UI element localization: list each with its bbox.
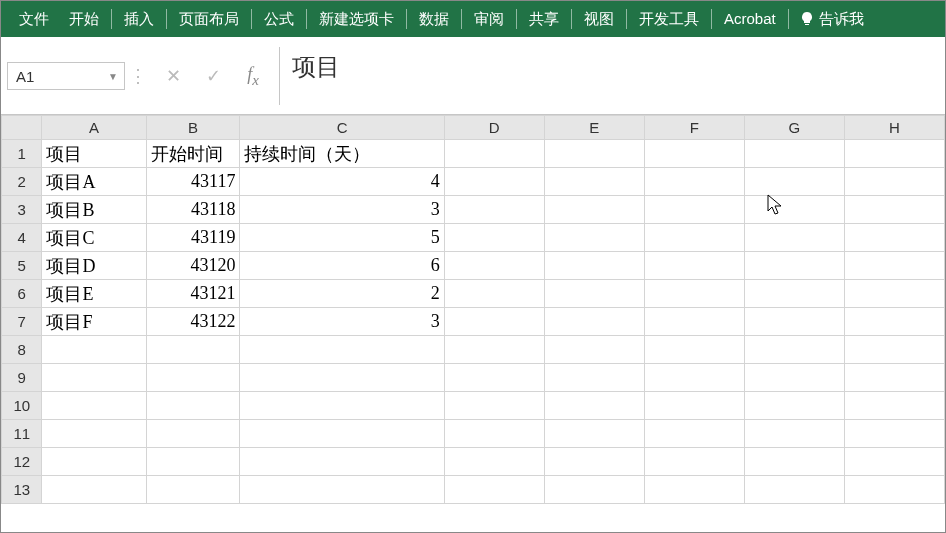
ribbon-tab[interactable]: Acrobat	[714, 1, 786, 37]
cell[interactable]	[844, 392, 944, 420]
cell[interactable]	[444, 168, 544, 196]
ribbon-tab[interactable]: 视图	[574, 1, 624, 37]
cell[interactable]	[240, 448, 444, 476]
cell[interactable]: 项目B	[42, 196, 146, 224]
cell[interactable]: 项目D	[42, 252, 146, 280]
cell[interactable]: 项目C	[42, 224, 146, 252]
cell[interactable]	[744, 336, 844, 364]
cell[interactable]	[544, 448, 644, 476]
cell[interactable]	[744, 308, 844, 336]
cell[interactable]	[844, 196, 944, 224]
cell[interactable]	[42, 448, 146, 476]
ribbon-tab[interactable]: 数据	[409, 1, 459, 37]
cell[interactable]	[42, 364, 146, 392]
cell[interactable]	[444, 476, 544, 504]
cell[interactable]	[42, 336, 146, 364]
chevron-down-icon[interactable]: ▼	[108, 71, 118, 82]
cell[interactable]	[644, 224, 744, 252]
cell[interactable]: 5	[240, 224, 444, 252]
cell[interactable]	[844, 140, 944, 168]
name-box[interactable]: A1 ▼	[7, 62, 125, 90]
cell[interactable]: 43119	[146, 224, 240, 252]
cell[interactable]	[544, 196, 644, 224]
cell[interactable]	[844, 476, 944, 504]
cell[interactable]	[444, 420, 544, 448]
row-header[interactable]: 4	[2, 224, 42, 252]
cell[interactable]	[744, 448, 844, 476]
cell[interactable]	[146, 448, 240, 476]
cell[interactable]: 43120	[146, 252, 240, 280]
row-header[interactable]: 6	[2, 280, 42, 308]
column-header[interactable]: B	[146, 116, 240, 140]
column-header[interactable]: H	[844, 116, 944, 140]
cell[interactable]	[240, 476, 444, 504]
cell[interactable]	[744, 224, 844, 252]
cell[interactable]	[644, 336, 744, 364]
cell[interactable]	[444, 196, 544, 224]
cell[interactable]	[444, 392, 544, 420]
cell[interactable]	[644, 280, 744, 308]
cell[interactable]	[240, 392, 444, 420]
column-header[interactable]: F	[644, 116, 744, 140]
cell[interactable]	[844, 448, 944, 476]
cell[interactable]: 项目E	[42, 280, 146, 308]
ribbon-tab[interactable]: 插入	[114, 1, 164, 37]
row-header[interactable]: 7	[2, 308, 42, 336]
cell[interactable]: 3	[240, 308, 444, 336]
cell[interactable]	[146, 420, 240, 448]
enter-button[interactable]: ✓	[193, 62, 233, 90]
row-header[interactable]: 8	[2, 336, 42, 364]
cell[interactable]	[544, 252, 644, 280]
cell[interactable]	[844, 420, 944, 448]
cell[interactable]	[544, 140, 644, 168]
cell[interactable]	[544, 224, 644, 252]
cell[interactable]	[844, 224, 944, 252]
cell[interactable]	[444, 364, 544, 392]
cell[interactable]	[146, 476, 240, 504]
cell[interactable]	[744, 364, 844, 392]
cell[interactable]	[844, 364, 944, 392]
cell[interactable]	[240, 364, 444, 392]
cell[interactable]	[146, 364, 240, 392]
cell[interactable]: 项目A	[42, 168, 146, 196]
cell[interactable]: 43121	[146, 280, 240, 308]
cell[interactable]	[744, 252, 844, 280]
cell[interactable]	[744, 392, 844, 420]
cell[interactable]	[544, 168, 644, 196]
cell[interactable]	[42, 392, 146, 420]
cell[interactable]	[444, 336, 544, 364]
select-all-corner[interactable]	[2, 116, 42, 140]
row-header[interactable]: 1	[2, 140, 42, 168]
row-header[interactable]: 11	[2, 420, 42, 448]
ribbon-tab[interactable]: 页面布局	[169, 1, 249, 37]
ribbon-tab[interactable]: 公式	[254, 1, 304, 37]
cell[interactable]	[644, 364, 744, 392]
cell[interactable]	[644, 140, 744, 168]
cell[interactable]: 43122	[146, 308, 240, 336]
ribbon-tab[interactable]: 开发工具	[629, 1, 709, 37]
cell[interactable]	[844, 252, 944, 280]
row-header[interactable]: 13	[2, 476, 42, 504]
tell-me[interactable]: 告诉我	[791, 10, 872, 29]
cell[interactable]	[42, 420, 146, 448]
tab-file[interactable]: 文件	[9, 1, 59, 37]
cancel-button[interactable]: ✕	[153, 62, 193, 90]
cell[interactable]	[444, 252, 544, 280]
column-header[interactable]: E	[544, 116, 644, 140]
cell[interactable]	[544, 280, 644, 308]
row-header[interactable]: 3	[2, 196, 42, 224]
cell[interactable]	[644, 476, 744, 504]
spreadsheet-grid[interactable]: ABCDEFGH 1项目开始时间持续时间（天）2项目A4311743项目B431…	[1, 115, 945, 504]
cell[interactable]	[844, 308, 944, 336]
ribbon-tab[interactable]: 开始	[59, 1, 109, 37]
cell[interactable]	[744, 168, 844, 196]
cell[interactable]: 2	[240, 280, 444, 308]
row-header[interactable]: 9	[2, 364, 42, 392]
cell[interactable]	[744, 140, 844, 168]
cell[interactable]	[844, 336, 944, 364]
ribbon-tab[interactable]: 审阅	[464, 1, 514, 37]
column-header[interactable]: G	[744, 116, 844, 140]
cell[interactable]	[444, 140, 544, 168]
cell[interactable]	[544, 476, 644, 504]
cell[interactable]	[146, 392, 240, 420]
